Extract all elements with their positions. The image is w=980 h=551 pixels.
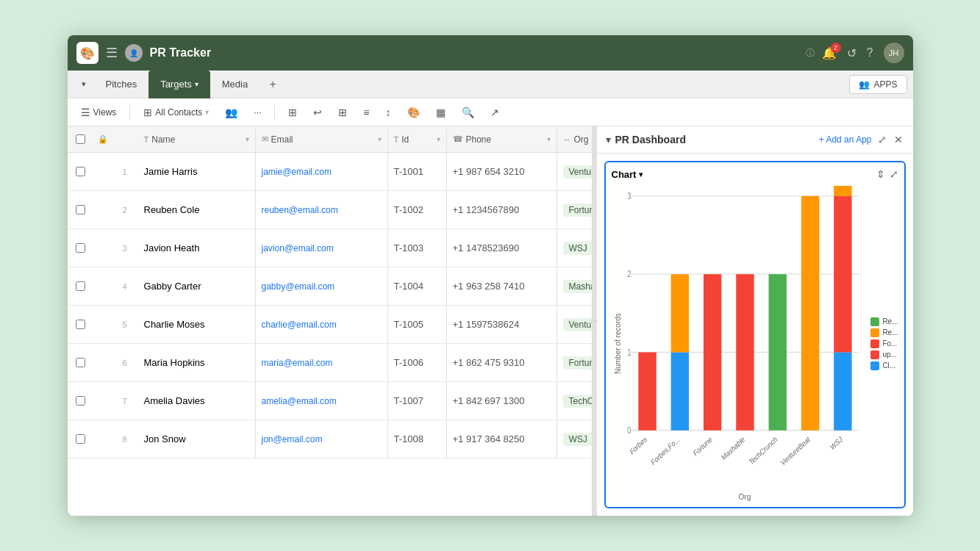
th-id[interactable]: T Id ▾ <box>388 126 447 152</box>
cell-name: Charlie Moses <box>138 306 256 343</box>
table-row[interactable]: 5 Charlie Moses charlie@email.com T-1005… <box>68 306 592 344</box>
legend-color-swatch <box>870 350 879 359</box>
menu-icon[interactable]: ☰ <box>106 45 118 61</box>
row-checkbox[interactable] <box>68 434 94 444</box>
tab-media[interactable]: Media <box>210 71 260 98</box>
row-number: 6 <box>112 359 138 367</box>
user-icon: 👤 <box>125 44 143 62</box>
tab-add-button[interactable]: + <box>262 74 283 95</box>
th-email[interactable]: ✉ Email ▾ <box>256 126 388 152</box>
tabs-bar: ▾ Pitches Targets ▾ Media + 👥 APPS <box>68 71 913 98</box>
chart-container: Chart ▾ ⇕ ⤢ Number of records 1230Forbes… <box>597 154 913 516</box>
svg-text:3: 3 <box>627 191 631 201</box>
sort-button[interactable]: ↕ <box>380 104 397 120</box>
user-avatar[interactable]: JH <box>884 43 904 63</box>
fields-button[interactable]: ≡ <box>357 104 375 120</box>
cell-email[interactable]: javion@email.com <box>256 229 388 267</box>
table-row[interactable]: 6 Maria Hopkins maria@email.com T-1006 +… <box>68 344 592 382</box>
cell-email[interactable]: charlie@email.com <box>256 306 388 343</box>
toolbar-more-button[interactable]: ··· <box>248 105 267 120</box>
phone-type-icon: ☎ <box>453 134 463 144</box>
table-row[interactable]: 7 Amelia Davies amelia@email.com T-1007 … <box>68 382 592 420</box>
table-row[interactable]: 2 Reuben Cole reuben@email.com T-1002 +1… <box>68 191 592 229</box>
row-checkbox[interactable] <box>68 320 94 329</box>
group-button[interactable]: ⊞ <box>282 104 303 120</box>
row-checkbox[interactable] <box>68 243 94 253</box>
chart-drag-handle[interactable]: ⇕ <box>876 168 885 180</box>
cell-email[interactable]: reuben@email.com <box>256 191 388 228</box>
cell-org: VentureBeat <box>557 306 592 343</box>
share-button[interactable]: ↗ <box>484 104 505 120</box>
cell-org: Fortune <box>557 344 592 381</box>
cell-email[interactable]: amelia@email.com <box>256 382 388 419</box>
legend-label: Re... <box>882 317 898 325</box>
select-all-checkbox[interactable] <box>76 134 85 144</box>
panel-close-button[interactable]: ✕ <box>893 132 904 147</box>
search-button[interactable]: 🔍 <box>456 104 480 120</box>
table-header: 🔒 T Name ▾ ✉ Email ▾ T Id ▾ <box>68 126 592 153</box>
tab-targets[interactable]: Targets ▾ <box>149 71 210 98</box>
tab-pitches[interactable]: Pitches <box>94 71 149 98</box>
notification-badge: 2 <box>831 43 841 53</box>
th-phone[interactable]: ☎ Phone ▾ <box>447 126 557 152</box>
row-checkbox[interactable] <box>68 396 94 406</box>
filter-button[interactable]: ⊞ <box>332 104 353 120</box>
add-app-button[interactable]: + Add an App <box>819 134 872 145</box>
views-button[interactable]: ☰ Views <box>75 104 123 120</box>
all-contacts-button[interactable]: ⊞ All Contacts ▾ <box>137 104 215 120</box>
cell-email[interactable]: jamie@email.com <box>256 153 388 190</box>
undo-button[interactable]: ↺ <box>847 46 856 60</box>
color-icon: 🎨 <box>407 107 420 118</box>
color-button[interactable]: 🎨 <box>401 104 426 120</box>
notification-button[interactable]: 🔔 2 <box>822 46 837 60</box>
chart-y-label: Number of records <box>612 186 623 501</box>
cell-org: Fortune <box>557 191 592 228</box>
chart-title-button[interactable]: Chart ▾ <box>612 169 643 180</box>
tab-scroll-left[interactable]: ▾ <box>74 74 94 95</box>
row-checkbox[interactable] <box>68 281 94 291</box>
header-checkbox[interactable] <box>68 134 94 144</box>
cell-email[interactable]: gabby@email.com <box>256 267 388 305</box>
cell-email[interactable]: maria@email.com <box>256 344 388 381</box>
row-number: 7 <box>112 397 138 406</box>
table-row[interactable]: 4 Gabby Carter gabby@email.com T-1004 +1… <box>68 267 592 306</box>
table-row[interactable]: 1 Jamie Harris jamie@email.com T-1001 +1… <box>68 153 592 191</box>
legend-color-swatch <box>870 361 879 370</box>
right-panel: ▾ PR Dashboard + Add an App ⤢ ✕ Chart ▾ <box>597 126 913 516</box>
svg-rect-23 <box>834 186 851 196</box>
row-checkbox[interactable] <box>68 167 94 176</box>
toolbar-separator-2 <box>274 105 275 120</box>
legend-color-swatch <box>870 339 879 348</box>
undo-toolbar-button[interactable]: ↩ <box>307 104 328 120</box>
svg-rect-11 <box>670 274 688 352</box>
table-row[interactable]: 3 Javion Heath javion@email.com T-1003 +… <box>68 229 592 267</box>
row-checkbox[interactable] <box>68 205 94 215</box>
cell-phone: +1 963 258 7410 <box>447 267 557 305</box>
image-button[interactable]: ▦ <box>430 104 451 120</box>
app-window: 🎨 ☰ 👤 PR Tracker ⓘ 🔔 2 ↺ ? JH ▾ Pitches … <box>68 35 913 516</box>
legend-color-swatch <box>870 317 879 326</box>
chart-expand-button[interactable]: ⤢ <box>890 168 898 180</box>
panel-expand-button[interactable]: ⤢ <box>876 132 888 147</box>
share-icon: ↗ <box>490 107 499 118</box>
chart-header: Chart ▾ ⇕ ⤢ <box>612 168 898 180</box>
email-type-icon: ✉ <box>262 134 268 144</box>
panel-collapse-button[interactable]: ▾ <box>606 134 611 145</box>
svg-rect-10 <box>670 352 688 430</box>
undo-toolbar-icon: ↩ <box>313 107 322 118</box>
cell-id: T-1008 <box>388 420 447 458</box>
toolbar-people-button[interactable]: 👥 <box>219 104 243 120</box>
svg-rect-19 <box>801 196 818 431</box>
table-row[interactable]: 8 Jon Snow jon@email.com T-1008 +1 917 3… <box>68 420 592 458</box>
header-lock: 🔒 <box>94 134 112 144</box>
apps-button[interactable]: 👥 APPS <box>849 75 906 94</box>
name-sort-arrow: ▾ <box>246 135 249 143</box>
cell-email[interactable]: jon@email.com <box>256 420 388 458</box>
help-button[interactable]: ? <box>867 46 873 60</box>
th-name[interactable]: T Name ▾ <box>138 126 256 152</box>
th-org[interactable]: ↔ Org <box>557 126 593 152</box>
row-number: 1 <box>112 168 138 176</box>
row-checkbox[interactable] <box>68 358 94 367</box>
info-icon[interactable]: ⓘ <box>806 47 815 60</box>
views-icon: ☰ <box>81 107 90 118</box>
